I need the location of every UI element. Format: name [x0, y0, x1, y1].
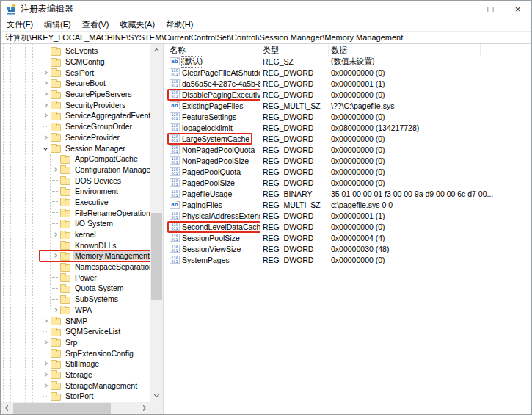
close-button[interactable]: ×	[504, 1, 531, 18]
tree-expander[interactable]	[40, 369, 51, 380]
file-menu[interactable]: 文件(F)	[7, 19, 33, 30]
value-row-secondleveldatacache[interactable]: 110 011 SecondLevelDataCache REG_DWORD 0…	[167, 221, 531, 232]
tree-item-storage[interactable]: Storage	[1, 369, 150, 380]
tree-item-quota-system[interactable]: Quota System	[1, 283, 150, 294]
value-row-clearpagefileatshutdown[interactable]: 110 011 ClearPageFileAtShutdown REG_DWOR…	[167, 67, 531, 78]
column-header-item[interactable]: 数据	[329, 44, 481, 56]
tree-item-power[interactable]: Power	[1, 272, 150, 283]
tree-connector-dash	[52, 288, 58, 289]
tree-item-namespaceseparation[interactable]: NamespaceSeparation	[1, 261, 150, 273]
tree-expander	[50, 207, 60, 218]
tree-item-storport[interactable]: StorPort	[1, 391, 150, 402]
tree-item-session-manager[interactable]: Session Manager	[1, 142, 150, 154]
tree-connector-dash	[43, 62, 48, 62]
favorites-menu[interactable]: 收藏夹(A)	[120, 19, 155, 30]
value-row-featuresettings[interactable]: 110 011 FeatureSettings REG_DWORD 0x0000…	[167, 111, 531, 122]
scroll-up-button[interactable]	[150, 44, 163, 57]
tree-item-securityproviders[interactable]: SecurityProviders	[1, 99, 150, 110]
tree-item-sqmservicelist[interactable]: SQMServiceList	[1, 326, 150, 337]
tree-item-srpextensionconfig[interactable]: SrpExtensionConfig	[1, 347, 150, 358]
value-row-sessionviewsize[interactable]: 110 011 SessionViewSize REG_DWORD 0x0000…	[167, 243, 531, 254]
tree-item-serviceaggregatedevents[interactable]: ServiceAggregatedEvents	[1, 110, 150, 121]
tree-item-environment[interactable]: Environment	[1, 186, 150, 197]
tree-item-storagemanagement[interactable]: StorageManagement	[1, 380, 150, 391]
help-menu[interactable]: 帮助(H)	[166, 19, 193, 30]
tree-expander[interactable]	[40, 132, 51, 143]
value-row-systempages[interactable]: 110 011 SystemPages REG_DWORD 0x00000000…	[167, 254, 531, 265]
tree-item-knowndlls[interactable]: KnownDLLs	[1, 239, 150, 250]
horizontal-scrollbar-thumb[interactable]	[13, 403, 111, 414]
tree-item-scevents[interactable]: ScEvents	[1, 46, 150, 57]
tree-item-filerenameoperations[interactable]: FileRenameOperations	[1, 207, 150, 218]
tree-item-securepipeservers[interactable]: SecurePipeServers	[1, 89, 150, 100]
tree-expander[interactable]	[50, 165, 60, 176]
tree-expander[interactable]	[40, 89, 51, 100]
vertical-scrollbar-thumb[interactable]	[151, 213, 162, 300]
chevron-right-icon	[43, 71, 48, 75]
value-row-pagefileusage[interactable]: 110 011 PagefileUsage REG_BINARY 35 01 0…	[167, 188, 531, 199]
value-name: NonPagedPoolSize	[182, 156, 249, 165]
tree-horizontal-scrollbar[interactable]	[1, 402, 150, 414]
tree-item-kernel[interactable]: kernel	[1, 229, 150, 240]
value-row-pagedpoolquota[interactable]: 110 011 PagedPoolQuota REG_DWORD 0x00000…	[167, 166, 531, 177]
tree-item-secureboot[interactable]: SecureBoot	[1, 78, 150, 89]
value-row-existingpagefiles[interactable]: ab ExistingPageFiles REG_MULTI_SZ \??\C:…	[167, 100, 531, 111]
tree-expander[interactable]	[50, 229, 60, 240]
tree-item-executive[interactable]: Executive	[1, 197, 150, 208]
tree-expander[interactable]	[40, 99, 51, 110]
tree-item-scmconfig[interactable]: SCMConfig	[1, 57, 150, 68]
tree-expander[interactable]	[40, 142, 51, 154]
tree-expander[interactable]	[40, 337, 51, 348]
value-data: 0x00000000 (0)	[329, 112, 531, 121]
tree-expander[interactable]	[40, 67, 51, 78]
tree-expander[interactable]	[40, 315, 51, 326]
tree-item-appcompatcache[interactable]: AppCompatCache	[1, 154, 150, 165]
value-row-disablepagingexecutive[interactable]: 110 011 DisablePagingExecutive REG_DWORD…	[167, 89, 531, 100]
tree-item-serviceprovider[interactable]: ServiceProvider	[1, 132, 150, 143]
tree-item-wpa[interactable]: WPA	[1, 305, 150, 316]
value-row-largesystemcache[interactable]: 110 011 LargeSystemCache REG_DWORD 0x000…	[167, 133, 531, 144]
tree-expander	[50, 186, 60, 197]
tree-item-dos-devices[interactable]: DOS Devices	[1, 175, 150, 186]
tree-expander	[50, 272, 60, 283]
tree-item-scsiport[interactable]: ScsiPort	[1, 67, 150, 78]
binary-dword-icon: 110 011	[170, 156, 180, 165]
tree-item-label: Quota System	[73, 284, 125, 292]
tree-item-memory-management[interactable]: Memory Management	[1, 250, 150, 261]
tree-item-subsystems[interactable]: SubSystems	[1, 294, 150, 305]
tree-item-servicegrouporder[interactable]: ServiceGroupOrder	[1, 121, 150, 132]
value-row-nonpagedpoolsize[interactable]: 110 011 NonPagedPoolSize REG_DWORD 0x000…	[167, 155, 531, 166]
scroll-right-button[interactable]	[138, 402, 150, 414]
edit-menu[interactable]: 编辑(E)	[44, 19, 71, 30]
tree-item-snmp[interactable]: SNMP	[1, 315, 150, 326]
column-header-item[interactable]: 类型	[260, 44, 329, 56]
value-row-pagedpoolsize[interactable]: 110 011 PagedPoolSize REG_DWORD 0x000000…	[167, 177, 531, 188]
value-row-pagingfiles[interactable]: ab PagingFiles REG_MULTI_SZ c:\pagefile.…	[167, 199, 531, 210]
folder-icon	[60, 307, 70, 314]
value-row-sessionpoolsize[interactable]: 110 011 SessionPoolSize REG_DWORD 0x0000…	[167, 232, 531, 243]
scroll-down-button[interactable]	[150, 389, 163, 402]
tree-expander[interactable]	[40, 358, 51, 369]
tree-expander[interactable]	[50, 305, 60, 316]
tree-expander[interactable]	[40, 110, 51, 121]
value-row-physicaladdressextension[interactable]: 110 011 PhysicalAddressExtension REG_DWO…	[167, 210, 531, 221]
address-bar[interactable]: 计算机\HKEY_LOCAL_MACHINE\SYSTEM\CurrentCon…	[1, 31, 531, 44]
tree-vertical-scrollbar[interactable]	[150, 44, 163, 402]
tree-item-srp[interactable]: Srp	[1, 337, 150, 348]
tree-item-configuration-manager[interactable]: Configuration Manager	[1, 165, 150, 176]
value-row-nonpagedpoolquota[interactable]: 110 011 NonPagedPoolQuota REG_DWORD 0x00…	[167, 144, 531, 155]
tree-expander[interactable]	[40, 380, 51, 391]
tree-expander[interactable]	[50, 250, 60, 261]
scroll-left-button[interactable]	[1, 402, 13, 414]
view-menu[interactable]: 查看(V)	[82, 19, 109, 30]
value-row-da56a5e4-287c-4a5b-8[interactable]: 110 011 da56a5e4-287c-4a5b-8... REG_DWOR…	[167, 78, 531, 89]
value-data: 0x00000000 (0)	[329, 256, 531, 264]
value-row-item[interactable]: ab (默认) REG_SZ (数值未设置)	[167, 56, 531, 67]
maximize-button[interactable]: □	[477, 1, 504, 18]
tree-item-stillimage[interactable]: StillImage	[1, 358, 150, 369]
folder-icon	[51, 145, 61, 153]
tree-expander[interactable]	[40, 78, 51, 89]
value-row-iopagelocklimit[interactable]: 110 011 iopagelocklimit REG_DWORD 0x0800…	[167, 122, 531, 133]
minimize-button[interactable]: –	[450, 1, 477, 18]
tree-item-i-o-system[interactable]: I/O System	[1, 218, 150, 229]
